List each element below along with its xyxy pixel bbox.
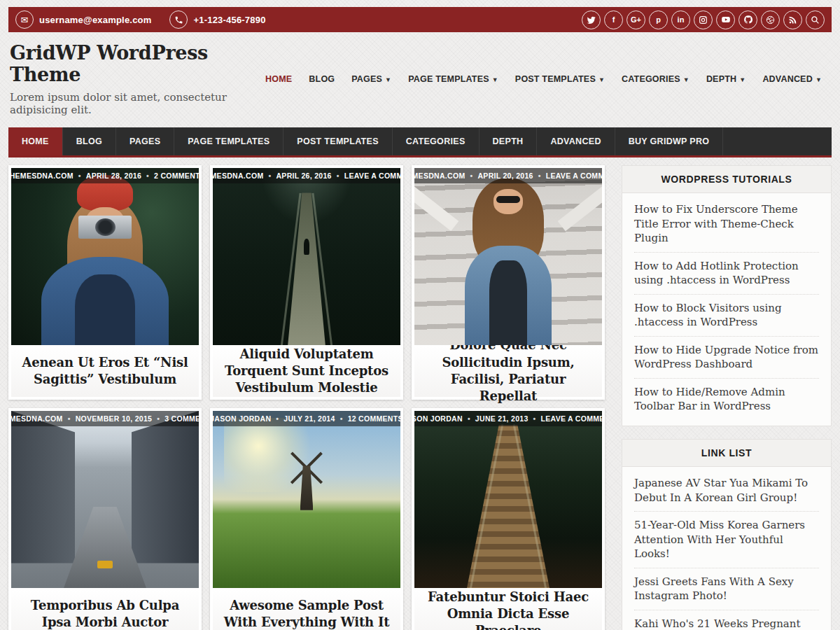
list-item[interactable]: How to Hide/Remove Admin Toolbar Bar in …: [634, 379, 819, 420]
navbar-item-home[interactable]: HOME: [8, 127, 63, 155]
navbar-item-depth[interactable]: DEPTH: [479, 127, 538, 155]
site-title[interactable]: GridWP WordPress Theme: [10, 42, 257, 85]
content-area: THEMESDNA.COM APRIL 28, 2016 2 COMMENTS …: [8, 165, 832, 630]
chevron-down-icon: ▼: [816, 76, 822, 83]
post-card: JASON JORDAN JUNE 21, 2013 LEAVE A COMME…: [412, 408, 605, 630]
post-thumbnail[interactable]: JASON JORDAN JUNE 21, 2013 LEAVE A COMME…: [414, 411, 602, 588]
chevron-down-icon: ▼: [385, 76, 391, 83]
list-item[interactable]: How to Hide Upgrade Notice from WordPres…: [634, 337, 819, 379]
post-card: JASON JORDAN JULY 21, 2014 12 COMMENTS A…: [210, 408, 403, 630]
post-thumbnail[interactable]: JASON JORDAN JULY 21, 2014 12 COMMENTS: [213, 411, 400, 588]
chevron-down-icon: ▼: [683, 76, 690, 83]
pinterest-icon[interactable]: p: [649, 10, 668, 29]
topbar-email[interactable]: ✉ username@example.com: [15, 10, 151, 29]
post-thumbnail[interactable]: THEMESDNA.COM APRIL 28, 2016 2 COMMENTS: [11, 168, 199, 345]
post-date[interactable]: APRIL 26, 2016: [263, 172, 331, 180]
post-author[interactable]: THEMESDNA.COM: [11, 414, 63, 423]
post-date[interactable]: JUNE 21, 2013: [463, 414, 528, 423]
list-item[interactable]: How to Add Hotlink Protection using .hta…: [634, 253, 819, 295]
post-title-box: Dolore Quae Nec Sollicitudin Ipsum, Faci…: [414, 345, 602, 397]
widget-title: WORDPRESS TUTORIALS: [622, 166, 831, 193]
post-author[interactable]: THEMESDNA.COM: [213, 172, 263, 180]
page-container: ✉ username@example.com +1-123-456-7890 f…: [8, 7, 832, 630]
post-meta: THEMESDNA.COM APRIL 20, 2016 LEAVE A COM…: [414, 168, 602, 183]
post-date[interactable]: NOVEMBER 10, 2015: [63, 414, 153, 423]
twitter-icon[interactable]: [582, 10, 601, 29]
post-comments[interactable]: 12 COMMENTS: [335, 414, 400, 423]
linkedin-icon[interactable]: in: [671, 10, 690, 29]
post-author[interactable]: JASON JORDAN: [213, 414, 271, 423]
social-links: f G+ p in: [582, 10, 825, 29]
post-thumbnail[interactable]: THEMESDNA.COM NOVEMBER 10, 2015 3 COMMEN…: [11, 411, 199, 588]
youtube-icon[interactable]: [716, 10, 735, 29]
post-comments[interactable]: 2 COMMENTS: [141, 172, 199, 180]
post-comments[interactable]: LEAVE A COMMENT: [332, 172, 400, 180]
post-title[interactable]: Temporibus Ab Culpa Ipsa Morbi Auctor: [18, 597, 192, 630]
facebook-icon[interactable]: f: [604, 10, 623, 29]
post-card: THEMESDNA.COM APRIL 20, 2016 LEAVE A COM…: [412, 165, 605, 400]
phone-icon: [169, 10, 188, 29]
post-title-box: Aliquid Voluptatem Torquent Sunt Incepto…: [213, 345, 400, 397]
post-thumbnail[interactable]: THEMESDNA.COM APRIL 26, 2016 LEAVE A COM…: [213, 168, 400, 345]
navbar-item-buy-gridwp-pro[interactable]: BUY GRIDWP PRO: [615, 127, 724, 155]
menu-item-depth[interactable]: DEPTH▼: [698, 70, 754, 88]
navbar-item-pages[interactable]: PAGES: [116, 127, 174, 155]
post-title-box: Fatebuntur Stoici Haec Omnia Dicta Esse …: [414, 588, 602, 630]
navbar-item-post-templates[interactable]: POST TEMPLATES: [284, 127, 392, 155]
github-icon[interactable]: [738, 10, 757, 29]
post-title[interactable]: Awesome Sample Post With Everything With…: [220, 597, 393, 630]
navbar-item-categories[interactable]: CATEGORIES: [393, 127, 479, 155]
menu-item-pages[interactable]: PAGES▼: [343, 70, 400, 88]
post-comments[interactable]: LEAVE A COMMENT: [533, 172, 602, 180]
post-thumbnail[interactable]: THEMESDNA.COM APRIL 20, 2016 LEAVE A COM…: [414, 168, 602, 345]
post-title[interactable]: Fatebuntur Stoici Haec Omnia Dicta Esse …: [421, 589, 595, 630]
phone-text[interactable]: +1-123-456-7890: [193, 15, 265, 25]
menu-item-advanced[interactable]: ADVANCED▼: [754, 70, 830, 88]
menu-item-blog[interactable]: BLOG: [300, 70, 343, 88]
post-card: THEMESDNA.COM NOVEMBER 10, 2015 3 COMMEN…: [8, 408, 202, 630]
topbar: ✉ username@example.com +1-123-456-7890 f…: [8, 7, 832, 32]
post-meta: THEMESDNA.COM APRIL 28, 2016 2 COMMENTS: [11, 168, 199, 183]
post-title[interactable]: Aenean Ut Eros Et “Nisl Sagittis” Vestib…: [18, 354, 192, 388]
menu-item-categories[interactable]: CATEGORIES▼: [613, 70, 698, 88]
google-plus-icon[interactable]: G+: [626, 10, 645, 29]
post-title-box: Awesome Sample Post With Everything With…: [213, 588, 400, 630]
menu-item-home[interactable]: HOME: [257, 70, 300, 88]
list-item[interactable]: How to Fix Underscore Theme Title Error …: [634, 196, 819, 253]
post-meta: THEMESDNA.COM NOVEMBER 10, 2015 3 COMMEN…: [11, 411, 199, 426]
post-author[interactable]: JASON JORDAN: [414, 414, 463, 423]
post-card: THEMESDNA.COM APRIL 28, 2016 2 COMMENTS …: [8, 165, 202, 400]
list-item[interactable]: Japanese AV Star Yua Mikami To Debut In …: [634, 470, 819, 512]
post-title-box: Temporibus Ab Culpa Ipsa Morbi Auctor: [11, 588, 199, 630]
topbar-phone[interactable]: +1-123-456-7890: [169, 10, 265, 29]
post-author[interactable]: THEMESDNA.COM: [414, 172, 465, 180]
dribbble-icon[interactable]: [761, 10, 780, 29]
site-branding: GridWP WordPress Theme Lorem ipsum dolor…: [10, 42, 257, 116]
list-item[interactable]: 51-Year-Old Miss Korea Garners Attention…: [634, 512, 819, 568]
post-title[interactable]: Dolore Quae Nec Sollicitudin Ipsum, Faci…: [421, 337, 595, 405]
post-comments[interactable]: 3 COMMENTS: [152, 414, 199, 423]
instagram-icon[interactable]: [694, 10, 713, 29]
post-date[interactable]: APRIL 20, 2016: [465, 172, 533, 180]
menu-item-post-templates[interactable]: POST TEMPLATES▼: [507, 70, 613, 88]
email-text[interactable]: username@example.com: [39, 15, 151, 25]
post-title[interactable]: Aliquid Voluptatem Torquent Sunt Incepto…: [220, 346, 393, 397]
menu-item-page-templates[interactable]: PAGE TEMPLATES▼: [400, 70, 507, 88]
list-item[interactable]: Jessi Greets Fans With A Sexy Instagram …: [634, 568, 819, 610]
site-header: GridWP WordPress Theme Lorem ipsum dolor…: [8, 32, 832, 127]
widget-body: How to Fix Underscore Theme Title Error …: [622, 193, 831, 426]
sidebar: WORDPRESS TUTORIALS How to Fix Underscor…: [622, 165, 832, 630]
list-item[interactable]: Kahi Who's 21 Weeks Pregnant Greets Fans…: [634, 610, 819, 630]
posts-grid: THEMESDNA.COM APRIL 28, 2016 2 COMMENTS …: [8, 165, 605, 630]
post-comments[interactable]: LEAVE A COMMENT: [528, 414, 602, 423]
widget-body: Japanese AV Star Yua Mikami To Debut In …: [622, 467, 831, 630]
list-item[interactable]: How to Block Visitors using .htaccess in…: [634, 295, 819, 337]
search-icon[interactable]: [806, 10, 825, 29]
post-date[interactable]: APRIL 28, 2016: [74, 172, 141, 180]
navbar-item-page-templates[interactable]: PAGE TEMPLATES: [174, 127, 284, 155]
post-author[interactable]: THEMESDNA.COM: [11, 172, 74, 180]
navbar-item-advanced[interactable]: ADVANCED: [537, 127, 615, 155]
post-date[interactable]: JULY 21, 2014: [271, 414, 335, 423]
navbar-item-blog[interactable]: BLOG: [63, 127, 116, 155]
rss-icon[interactable]: [783, 10, 802, 29]
